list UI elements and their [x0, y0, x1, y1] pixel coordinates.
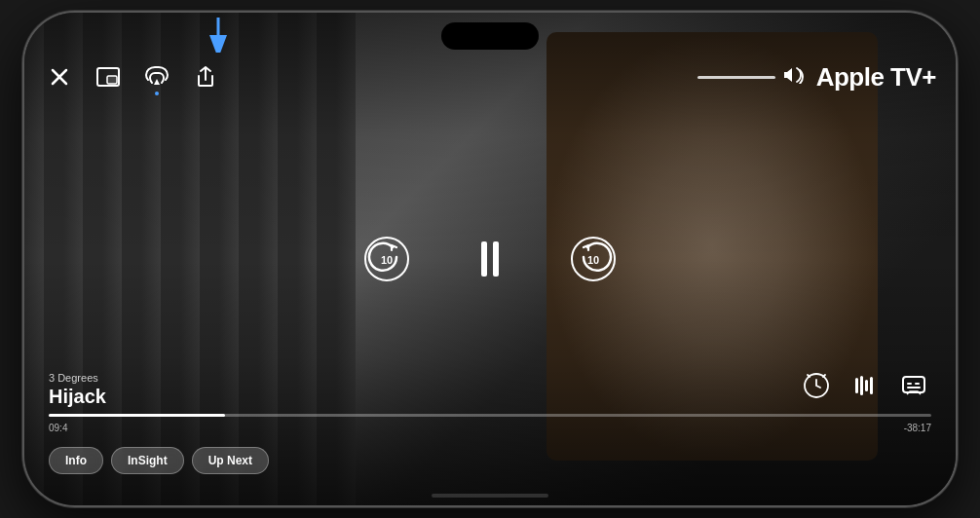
- apple-tv-logo: Apple TV+: [814, 62, 936, 92]
- top-left-controls: [44, 61, 221, 92]
- top-right-controls: Apple TV+: [697, 62, 936, 92]
- time-labels: 09:4 -38:17: [49, 423, 931, 433]
- svg-rect-18: [915, 383, 920, 385]
- svg-rect-12: [855, 378, 858, 393]
- pause-bar-left: [481, 241, 487, 277]
- power-button[interactable]: [956, 159, 958, 237]
- close-button[interactable]: [44, 61, 75, 92]
- skip-forward-button[interactable]: 10: [570, 236, 617, 282]
- top-bar: Apple TV+: [44, 61, 936, 92]
- audio-tracks-button[interactable]: [848, 368, 883, 403]
- tab-insight[interactable]: InSight: [111, 447, 184, 474]
- svg-marker-6: [154, 79, 160, 85]
- time-elapsed: 09:4: [49, 423, 67, 433]
- dynamic-island: [441, 22, 539, 50]
- airplay-button[interactable]: [141, 61, 172, 92]
- volume-icon: [783, 66, 805, 88]
- svg-rect-17: [907, 383, 912, 385]
- volume-bar: [697, 76, 775, 79]
- pip-button[interactable]: [93, 61, 124, 92]
- bottom-tabs: Info InSight Up Next: [49, 447, 269, 474]
- volume-control[interactable]: [697, 66, 805, 88]
- subtitles-button[interactable]: [896, 368, 931, 403]
- share-button[interactable]: [190, 61, 221, 92]
- tutorial-arrow: [205, 18, 232, 58]
- controls-overlay: Apple TV+ 10: [24, 13, 956, 505]
- center-controls: 10 10: [363, 236, 617, 282]
- svg-text:10: 10: [587, 254, 599, 266]
- time-remaining: -38:17: [904, 423, 931, 433]
- progress-bar-bg: [49, 414, 931, 417]
- phone-frame: Apple TV+ 10: [22, 11, 958, 507]
- progress-fill: [49, 414, 225, 417]
- svg-rect-15: [870, 377, 873, 394]
- svg-rect-16: [903, 377, 924, 392]
- progress-container[interactable]: 09:4 -38:17: [49, 414, 931, 433]
- skip-back-button[interactable]: 10: [363, 236, 410, 282]
- svg-rect-13: [860, 376, 863, 395]
- pause-button[interactable]: [469, 238, 511, 280]
- title-info: 3 Degrees Hijack: [49, 372, 106, 408]
- playback-speed-button[interactable]: [799, 368, 834, 403]
- pause-bar-right: [493, 241, 499, 277]
- tab-up-next[interactable]: Up Next: [192, 447, 269, 474]
- tab-info[interactable]: Info: [49, 447, 103, 474]
- show-title: Hijack: [49, 386, 106, 408]
- right-side-icons: [799, 368, 931, 403]
- svg-rect-19: [907, 387, 921, 388]
- episode-label: 3 Degrees: [49, 372, 106, 384]
- svg-rect-5: [107, 76, 117, 84]
- svg-rect-14: [865, 380, 868, 391]
- svg-text:10: 10: [381, 254, 393, 266]
- tv-plus-text: Apple TV+: [816, 62, 936, 92]
